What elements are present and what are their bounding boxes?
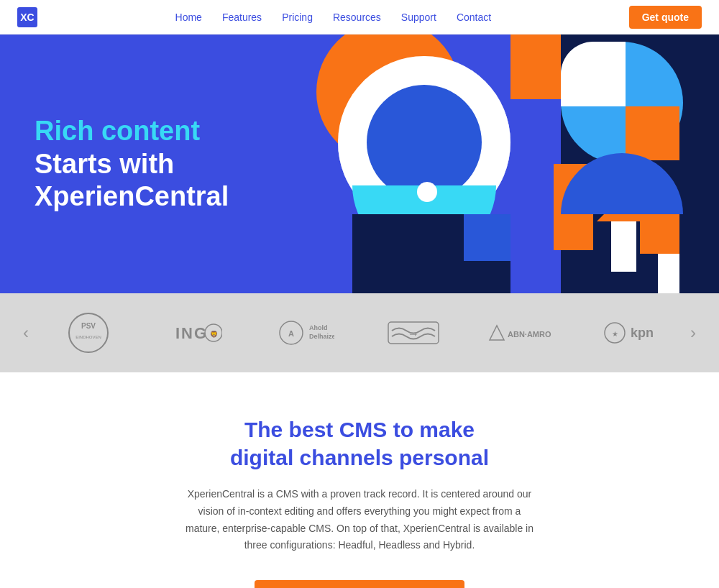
nav-item-resources[interactable]: Resources bbox=[333, 11, 381, 24]
hero-accent: Rich content bbox=[35, 116, 200, 146]
get-quote-button[interactable]: Get quote bbox=[629, 6, 702, 29]
hero-text: Rich content Starts withXperienCentral bbox=[35, 115, 229, 213]
svg-text:EINDHOVEN: EINDHOVEN bbox=[75, 335, 101, 339]
nav-links: Home Features Pricing Resources Support … bbox=[175, 11, 492, 24]
abnamro-logo-img: ABN·AMRO bbox=[486, 318, 558, 347]
nav-item-contact[interactable]: Contact bbox=[457, 11, 491, 24]
svg-text:kpn: kpn bbox=[631, 326, 654, 340]
svg-text:Delhaize: Delhaize bbox=[309, 333, 334, 340]
kpn-logo-img: ★ kpn bbox=[602, 318, 659, 347]
svg-text:PSV: PSV bbox=[81, 322, 96, 330]
geo-right-orange bbox=[626, 106, 679, 160]
nav-link-resources[interactable]: Resources bbox=[333, 12, 381, 23]
hero-section: Rich content Starts withXperienCentral bbox=[0, 35, 719, 293]
brand-ahold: A Ahold Delhaize bbox=[251, 317, 360, 349]
logo-icon: XC bbox=[17, 7, 37, 27]
ns-logo-img: → bbox=[385, 315, 442, 351]
ing-logo-img: ING 🦁 bbox=[172, 318, 222, 347]
logo-strip: ‹ PSV EINDHOVEN ING 🦁 A Ahold Delha bbox=[0, 293, 719, 372]
navbar: XC Home Features Pricing Resources Suppo… bbox=[0, 0, 719, 35]
ahold-logo-img: A Ahold Delhaize bbox=[277, 317, 334, 349]
brand-ns: → bbox=[360, 315, 468, 351]
next-arrow-button[interactable]: › bbox=[684, 317, 702, 349]
svg-text:🦁: 🦁 bbox=[210, 330, 219, 339]
geo-right-white-quarter bbox=[561, 42, 626, 106]
nav-link-pricing[interactable]: Pricing bbox=[282, 12, 313, 23]
geo-white-dot bbox=[417, 182, 437, 202]
main-content: The best CMS to make digital channels pe… bbox=[0, 372, 719, 588]
nav-item-features[interactable]: Features bbox=[222, 11, 262, 24]
psv-logo-img: PSV EINDHOVEN bbox=[67, 311, 110, 354]
svg-text:★: ★ bbox=[611, 330, 618, 338]
main-description: XperienCentral is a CMS with a proven tr… bbox=[180, 486, 539, 554]
brand-ing: ING 🦁 bbox=[143, 318, 252, 347]
download-button[interactable]: Download the product guide ↓ bbox=[255, 580, 465, 588]
brand-abnamro: ABN·AMRO bbox=[468, 318, 577, 347]
hero-geometric bbox=[273, 35, 719, 293]
nav-link-contact[interactable]: Contact bbox=[457, 12, 491, 23]
geo-small-orange-sq bbox=[640, 214, 679, 254]
hero-main: Starts withXperienCentral bbox=[35, 148, 229, 211]
svg-point-0 bbox=[69, 313, 108, 352]
hero-heading: Rich content Starts withXperienCentral bbox=[35, 115, 229, 213]
heading-line2: digital channels personal bbox=[230, 446, 489, 469]
nav-item-pricing[interactable]: Pricing bbox=[282, 11, 313, 24]
geo-right-white-bar bbox=[611, 221, 636, 272]
svg-text:ABN·AMRO: ABN·AMRO bbox=[508, 330, 551, 339]
nav-link-features[interactable]: Features bbox=[222, 12, 262, 23]
nav-link-home[interactable]: Home bbox=[175, 12, 202, 23]
nav-item-support[interactable]: Support bbox=[401, 11, 436, 24]
svg-marker-12 bbox=[490, 326, 504, 340]
svg-text:A: A bbox=[288, 329, 294, 338]
geo-blue-sq bbox=[464, 214, 510, 261]
brand-logos: PSV EINDHOVEN ING 🦁 A Ahold Delhaize bbox=[35, 311, 684, 354]
brand-kpn: ★ kpn bbox=[576, 318, 684, 347]
main-heading: The best CMS to make digital channels pe… bbox=[17, 415, 702, 472]
logo-icon-text: XC bbox=[20, 12, 34, 23]
nav-link-support[interactable]: Support bbox=[401, 12, 436, 23]
svg-text:ING: ING bbox=[175, 324, 208, 342]
brand-psv: PSV EINDHOVEN bbox=[35, 311, 143, 354]
nav-item-home[interactable]: Home bbox=[175, 11, 202, 24]
prev-arrow-button[interactable]: ‹ bbox=[17, 317, 35, 349]
logo[interactable]: XC bbox=[17, 7, 37, 27]
svg-text:Ahold: Ahold bbox=[309, 324, 328, 331]
heading-line1: The best CMS to make bbox=[244, 418, 475, 441]
